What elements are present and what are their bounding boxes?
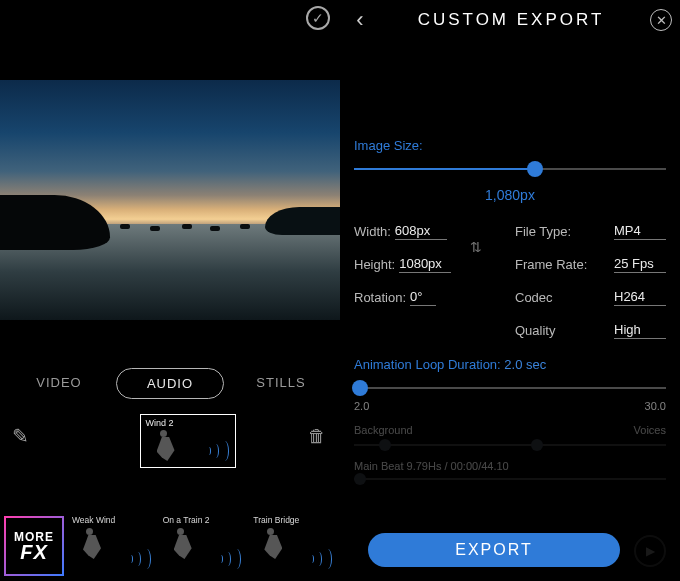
mode-tabs: VIDEO AUDIO STILLS [0, 368, 340, 399]
sound-waves-icon [207, 441, 229, 461]
preset-on-a-train-2[interactable]: On a Train 2 [159, 511, 250, 581]
filetype-field[interactable]: File Type: MP4 [515, 223, 666, 240]
quality-field[interactable]: Quality High [515, 322, 666, 339]
link-dimensions-icon[interactable]: ⇅ [470, 239, 482, 255]
dancer-icon [80, 528, 108, 562]
preset-label: Train Bridge [253, 515, 299, 525]
dancer-icon [261, 528, 289, 562]
preset-train-bridge[interactable]: Train Bridge [249, 511, 340, 581]
width-field[interactable]: Width: 608px [354, 223, 505, 240]
editor-pane: ✓ VIDEO AUDIO STILLS ✎ Wind 2 🗑 MORE FX … [0, 0, 340, 581]
sound-waves-icon [219, 549, 241, 569]
tab-audio[interactable]: AUDIO [116, 368, 224, 399]
preset-label: On a Train 2 [163, 515, 210, 525]
export-preview [352, 42, 668, 130]
image-size-label: Image Size: [354, 138, 666, 153]
preset-label: Weak Wind [72, 515, 115, 525]
dancer-icon [171, 528, 199, 562]
codec-field[interactable]: Codec H264 [515, 289, 666, 306]
edit-icon[interactable]: ✎ [12, 424, 29, 448]
export-params: Width: 608px Height: 1080px Rotation: 0°… [340, 223, 680, 339]
trash-icon[interactable]: 🗑 [308, 426, 326, 447]
media-preview[interactable] [0, 80, 340, 320]
export-button[interactable]: EXPORT [368, 533, 620, 567]
image-size-section: Image Size: 1,080px [340, 138, 680, 203]
height-field[interactable]: Height: 1080px [354, 256, 505, 273]
close-icon[interactable]: ✕ [650, 9, 672, 31]
play-icon[interactable]: ▶ [634, 535, 666, 567]
export-title: CUSTOM EXPORT [372, 10, 650, 30]
editor-topbar: ✓ [0, 0, 340, 36]
preset-label: Wind 2 [146, 418, 230, 428]
image-size-value: 1,080px [354, 187, 666, 203]
more-fx-button[interactable]: MORE FX [4, 516, 64, 576]
confirm-icon[interactable]: ✓ [306, 6, 330, 30]
animation-duration-slider[interactable] [354, 378, 666, 398]
preset-weak-wind[interactable]: Weak Wind [68, 511, 159, 581]
dancer-icon [154, 430, 182, 464]
image-size-slider[interactable] [354, 159, 666, 179]
selected-audio-preset[interactable]: Wind 2 [140, 414, 236, 468]
sound-waves-icon [310, 549, 332, 569]
back-icon[interactable]: ‹ [348, 7, 372, 33]
tab-stills[interactable]: STILLS [228, 368, 334, 399]
tab-video[interactable]: VIDEO [6, 368, 112, 399]
export-header: ‹ CUSTOM EXPORT ✕ [340, 0, 680, 40]
framerate-field[interactable]: Frame Rate: 25 Fps [515, 256, 666, 273]
audio-mix-ghost: Background Voices Main Beat 9.79Hs / 00:… [340, 412, 680, 480]
audio-preset-strip: MORE FX Weak Wind On a Train 2 Train Bri… [0, 511, 340, 581]
custom-export-panel: ‹ CUSTOM EXPORT ✕ Image Size: 1,080px Wi… [340, 0, 680, 581]
animation-duration-row: Animation Loop Duration: 2.0 sec [340, 357, 680, 398]
animation-ticks: 2.0 30.0 [340, 400, 680, 412]
rotation-field[interactable]: Rotation: 0° [354, 289, 505, 306]
sound-waves-icon [129, 549, 151, 569]
